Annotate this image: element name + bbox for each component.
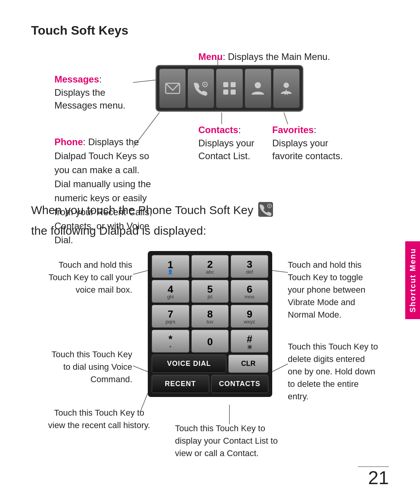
- annotation-voicemail: Touch and hold this Touch Key to call yo…: [47, 259, 132, 296]
- label-contacts: Contacts: Displays your Contact List.: [198, 123, 261, 163]
- phone-icon: [192, 80, 210, 97]
- favorites-softkey-btn: [273, 68, 300, 108]
- messages-icon: [164, 80, 181, 97]
- svg-line-20: [133, 270, 148, 274]
- dial-key-5[interactable]: 5 jkl: [191, 280, 229, 303]
- contacts-button[interactable]: CONTACTS: [211, 375, 269, 393]
- messages-desc-text: Displays the Messages menu.: [54, 87, 126, 111]
- person-softkey-btn: [245, 68, 271, 108]
- dialpad-area: 1 👤 2 abc 3 def 4 ghi 5 jkl: [31, 251, 389, 453]
- page-number: 21: [368, 467, 389, 488]
- dialpad-number-grid: 1 👤 2 abc 3 def 4 ghi 5 jkl: [152, 255, 268, 353]
- dial-key-0[interactable]: 0: [191, 330, 229, 353]
- favorites-label-text: Favorites: [272, 125, 314, 135]
- soft-keys-area: Menu: Displays the Main Menu.: [31, 49, 389, 190]
- sidebar-tab-label: Shortcut Menu: [408, 248, 417, 313]
- sidebar-tab: Shortcut Menu: [405, 241, 420, 319]
- contacts-icon: [221, 80, 238, 97]
- phone-desc-text: Displays the Dialpad Touch Keys so you c…: [54, 137, 152, 245]
- phone-inline-icon: [258, 202, 273, 217]
- messages-softkey-btn: [159, 68, 186, 108]
- svg-rect-12: [231, 90, 236, 95]
- clr-button[interactable]: CLR: [228, 355, 268, 373]
- svg-line-21: [272, 270, 288, 272]
- dialpad-bottom-buttons: VOICE DIAL CLR RECENT CONTACTS: [152, 355, 268, 393]
- dial-key-8[interactable]: 8 tuv: [191, 305, 229, 328]
- dial-key-6[interactable]: 6 mno: [231, 280, 268, 303]
- phone-label-text: Phone: [54, 137, 83, 147]
- dial-key-2[interactable]: 2 abc: [191, 255, 229, 278]
- label-phone: Phone: Displays the Dialpad Touch Keys s…: [54, 135, 156, 247]
- contacts-label-text: Contacts: [198, 125, 238, 135]
- recent-button[interactable]: RECENT: [152, 375, 209, 393]
- favorites-icon: [278, 80, 295, 97]
- label-messages: Messages: Displays the Messages menu.: [54, 73, 132, 112]
- dialpad-widget: 1 👤 2 abc 3 def 4 ghi 5 jkl: [148, 251, 272, 397]
- favorites-desc-text: Displays your favorite contacts.: [272, 138, 343, 162]
- section-title: Touch Soft Keys: [31, 23, 389, 38]
- voice-dial-button[interactable]: VOICE DIAL: [152, 355, 226, 373]
- annotation-voicecommand: Touch this Touch Key to dial using Voice…: [47, 348, 132, 386]
- phone-touch-icon: [258, 202, 273, 217]
- dialpad-row-recentcontacts: RECENT CONTACTS: [152, 375, 268, 393]
- dialpad-row-voicedial: VOICE DIAL CLR: [152, 355, 268, 373]
- person-icon: [249, 80, 266, 97]
- svg-rect-11: [223, 90, 228, 95]
- dial-key-star[interactable]: * +: [152, 330, 189, 353]
- svg-point-13: [255, 82, 261, 88]
- contacts-softkey-btn: [216, 68, 243, 108]
- dial-key-hash[interactable]: # ▣: [231, 330, 268, 353]
- dial-key-1[interactable]: 1 👤: [152, 255, 189, 278]
- svg-line-23: [272, 364, 288, 372]
- svg-line-1: [133, 80, 158, 83]
- phone-softkey-btn: [187, 68, 214, 108]
- annotation-vibrate: Touch and hold this Touch Key to toggle …: [288, 259, 381, 321]
- svg-line-22: [133, 366, 148, 372]
- svg-line-4: [284, 112, 288, 124]
- label-favorites: Favorites: Displays your favorite contac…: [272, 123, 350, 163]
- annotation-recent: Touch this Touch Key to view the recent …: [47, 407, 152, 432]
- menu-label-text: Menu: [198, 51, 223, 62]
- menu-desc-text: Displays the Main Menu.: [228, 51, 330, 62]
- dial-key-7[interactable]: 7 pqrs: [152, 305, 189, 328]
- annotation-delete: Touch this Touch Key to delete digits en…: [288, 341, 381, 402]
- dial-key-3[interactable]: 3 def: [231, 255, 268, 278]
- messages-label-text: Messages: [54, 74, 99, 84]
- contacts-desc-text: Displays your Contact List.: [198, 138, 254, 162]
- svg-rect-10: [231, 82, 236, 87]
- dial-key-4[interactable]: 4 ghi: [152, 280, 189, 303]
- phone-softkey-image: [156, 65, 303, 112]
- annotation-contacts-btn: Touch this Touch Key to display your Con…: [175, 422, 292, 460]
- dial-key-9[interactable]: 9 wxyz: [231, 305, 268, 328]
- svg-rect-9: [223, 82, 228, 87]
- svg-point-14: [284, 83, 289, 88]
- label-menu: Menu: Displays the Main Menu.: [198, 51, 330, 62]
